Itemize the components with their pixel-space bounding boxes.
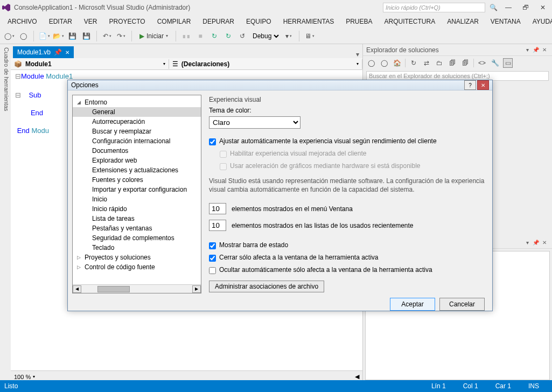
- platform-button[interactable]: ▾: [283, 30, 295, 42]
- tree-item[interactable]: Documentos: [73, 146, 201, 156]
- home-icon[interactable]: 🏠: [392, 58, 402, 68]
- menu-depurar[interactable]: DEPURAR: [197, 17, 240, 26]
- pin-icon[interactable]: 📌: [54, 48, 62, 56]
- hscroll-left-icon[interactable]: ◀: [355, 373, 359, 380]
- menu-prueba[interactable]: PRUEBA: [340, 17, 378, 26]
- quickstart-input[interactable]: Inicio rápido (Ctrl+Q): [383, 3, 485, 12]
- close-panel-icon[interactable]: ✕: [540, 46, 549, 54]
- close-button[interactable]: ✕: [536, 2, 550, 13]
- window-items-input[interactable]: [209, 203, 226, 214]
- status-col: Col 1: [455, 382, 487, 390]
- tree-item[interactable]: Pestañas y ventanas: [73, 223, 201, 233]
- options-content-pane: Experiencia visual Tema de color: Claro …: [201, 90, 492, 298]
- menu-arquitectura[interactable]: ARQUITECTURA: [379, 17, 441, 26]
- dialog-close-button[interactable]: ✕: [477, 80, 489, 90]
- checkbox-close-active[interactable]: Cerrar sólo afecta a la ventana de la he…: [209, 254, 485, 262]
- pause-button[interactable]: ∎∎: [180, 30, 192, 42]
- ok-button[interactable]: Aceptar: [390, 298, 435, 311]
- step-button[interactable]: ↻: [208, 30, 220, 42]
- refresh-icon[interactable]: ↻: [409, 58, 418, 68]
- restart-button[interactable]: ↺: [236, 30, 248, 42]
- tree-item[interactable]: Importar y exportar configuracion: [73, 185, 201, 194]
- sync-icon[interactable]: ⇄: [422, 58, 431, 68]
- nav-back-button[interactable]: ◯: [3, 30, 15, 42]
- tree-item[interactable]: Inicio: [73, 194, 201, 204]
- tree-item[interactable]: Autorrecuperación: [73, 117, 201, 127]
- close-panel-icon[interactable]: ✕: [540, 239, 549, 247]
- toolbox-tab[interactable]: Cuadro de herramientas: [0, 44, 11, 382]
- tree-item[interactable]: Buscar y reemplazar: [73, 127, 201, 136]
- new-project-button[interactable]: 📄: [38, 30, 50, 42]
- checkbox-autohide-active[interactable]: Ocultar automáticamente sólo afecta a la…: [209, 266, 485, 274]
- collapse-icon[interactable]: 🗀: [435, 58, 444, 68]
- menu-editar[interactable]: EDITAR: [44, 17, 78, 26]
- properties-icon[interactable]: 🗐: [460, 58, 470, 68]
- tree-item[interactable]: Configuración internacional: [73, 136, 201, 146]
- checkbox-auto-visual[interactable]: Ajustar automáticamente la experiencia v…: [209, 137, 485, 145]
- panel-menu-icon[interactable]: ▾: [523, 46, 532, 54]
- save-all-button[interactable]: 💾: [80, 30, 92, 42]
- tree-item[interactable]: Inicio rápido: [73, 204, 201, 214]
- tree-item[interactable]: Seguridad de complementos: [73, 233, 201, 243]
- menu-proyecto[interactable]: PROYECTO: [104, 17, 151, 26]
- file-assoc-button[interactable]: Administrar asociaciones de archivo: [209, 281, 324, 292]
- back-icon[interactable]: ◯: [366, 58, 376, 68]
- minimize-button[interactable]: —: [501, 2, 515, 13]
- redo-button[interactable]: ↷: [115, 30, 127, 42]
- tree-general[interactable]: General: [73, 107, 201, 117]
- fwd-icon[interactable]: ◯: [379, 58, 389, 68]
- tree-entorno[interactable]: ◢Entorno: [73, 97, 201, 107]
- tree-hscrollbar[interactable]: ◀▶: [73, 284, 201, 293]
- restore-button[interactable]: 🗗: [519, 2, 533, 13]
- step-over-button[interactable]: ↻: [222, 30, 234, 42]
- theme-label: Tema de color:: [209, 107, 485, 114]
- panel-menu-icon[interactable]: ▾: [523, 239, 532, 247]
- status-ready: Listo: [4, 382, 18, 390]
- tree-item[interactable]: Explorador web: [73, 156, 201, 165]
- menu-herramientas[interactable]: HERRAMIENTAS: [278, 17, 339, 26]
- tree-item[interactable]: Lista de tareas: [73, 214, 201, 223]
- nav-type-dropdown[interactable]: 📦Module1▾: [11, 59, 169, 69]
- preview-icon[interactable]: ▭: [503, 58, 513, 68]
- menu-ventana[interactable]: VENTANA: [485, 17, 526, 26]
- close-tab-icon[interactable]: ✕: [65, 50, 69, 55]
- tabs-dropdown-icon[interactable]: ▾: [353, 51, 362, 58]
- stop-button[interactable]: ■: [194, 30, 206, 42]
- start-button[interactable]: ▶Iniciar▾: [136, 32, 171, 40]
- cancel-button[interactable]: Cancelar: [439, 298, 485, 311]
- wrench-icon[interactable]: 🔧: [490, 58, 500, 68]
- nav-bar: 📦Module1▾ ☰(Declaraciones)▾: [11, 58, 362, 70]
- tree-item[interactable]: Teclado: [73, 243, 201, 253]
- mru-items-input[interactable]: [209, 220, 226, 231]
- menu-compilar[interactable]: COMPILAR: [152, 17, 197, 26]
- search-icon[interactable]: 🔍: [488, 4, 498, 11]
- menu-equipo[interactable]: EQUIPO: [241, 17, 277, 26]
- tree-control[interactable]: ▷Control de código fuente: [73, 262, 201, 272]
- open-button[interactable]: 📂: [52, 30, 64, 42]
- show-all-icon[interactable]: 🗐: [448, 58, 457, 68]
- options-tree-list[interactable]: ◢Entorno General Autorrecuperación Busca…: [73, 95, 201, 284]
- tree-item[interactable]: Fuentes y colores: [73, 175, 201, 185]
- vs-icon: [2, 3, 11, 12]
- menu-ayuda[interactable]: AYUDA: [527, 17, 552, 26]
- menu-ver[interactable]: VER: [79, 17, 103, 26]
- browser-button[interactable]: 🖥: [304, 30, 316, 42]
- config-dropdown[interactable]: Debug: [250, 32, 281, 40]
- help-button[interactable]: ?: [464, 80, 476, 90]
- checkbox-statusbar[interactable]: Mostrar barra de estado: [209, 241, 485, 249]
- zoom-value[interactable]: 100 %: [14, 374, 31, 380]
- menu-archivo[interactable]: ARCHIVO: [2, 17, 43, 26]
- save-button[interactable]: 💾: [66, 30, 78, 42]
- nav-fwd-button[interactable]: ◯: [17, 30, 29, 42]
- nav-member-dropdown[interactable]: ☰(Declaraciones)▾: [169, 59, 362, 69]
- pin-icon[interactable]: 📌: [532, 46, 540, 54]
- theme-dropdown[interactable]: Claro: [209, 116, 301, 129]
- tree-proyectos[interactable]: ▷Proyectos y soluciones: [73, 253, 201, 262]
- view-code-icon[interactable]: <>: [477, 58, 487, 68]
- pin-icon[interactable]: 📌: [532, 239, 540, 247]
- tree-item[interactable]: Extensiones y actualizaciones: [73, 165, 201, 175]
- dialog-titlebar[interactable]: Opciones ? ✕: [68, 80, 492, 90]
- menu-analizar[interactable]: ANALIZAR: [442, 17, 484, 26]
- document-tab-module1[interactable]: Module1.vb 📌 ✕: [13, 46, 74, 58]
- undo-button[interactable]: ↶: [101, 30, 113, 42]
